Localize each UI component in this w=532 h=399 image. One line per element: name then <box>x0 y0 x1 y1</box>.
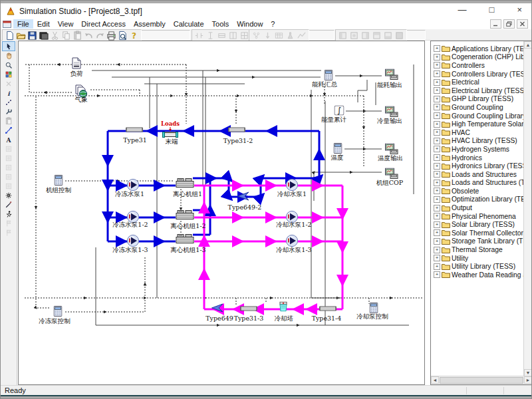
pointer-tool-button[interactable] <box>3 42 15 51</box>
menu-view[interactable]: View <box>54 19 78 29</box>
expand-icon[interactable]: + <box>434 104 440 110</box>
run-tool-button[interactable] <box>3 209 15 218</box>
palette-item[interactable]: +Optimization Library (TESS) <box>432 196 523 204</box>
component-chilled-pump-2[interactable]: 冷冻水泵1-2 <box>112 211 148 228</box>
component-chilled-pump-control[interactable]: 冷冻泵控制 <box>39 307 70 325</box>
expand-icon[interactable]: + <box>434 79 440 86</box>
print-preview-button[interactable] <box>117 31 128 41</box>
zoom-tool-button[interactable] <box>3 61 15 69</box>
menu-tools[interactable]: Tools <box>208 19 233 29</box>
help-button[interactable] <box>128 31 140 41</box>
print-button[interactable] <box>106 31 117 41</box>
open-button[interactable] <box>15 31 27 41</box>
palette-item[interactable]: +GHP Library (TESS) <box>432 95 523 104</box>
menu-calculate[interactable]: Calculate <box>170 19 208 29</box>
component-temperature[interactable]: 温度 <box>331 144 344 162</box>
component-load[interactable]: 负荷 <box>70 58 84 77</box>
child-close-button[interactable] <box>517 19 528 29</box>
palette-item[interactable]: +Ground Coupling <box>432 103 523 112</box>
menu-direct-access[interactable]: Direct Access <box>77 19 130 29</box>
expand-icon[interactable]: + <box>434 112 440 119</box>
expand-icon[interactable]: + <box>434 205 440 211</box>
pan-tool-button[interactable] <box>3 51 15 60</box>
expand-icon[interactable]: + <box>434 96 440 102</box>
expand-icon[interactable]: + <box>434 196 440 203</box>
palette-item[interactable]: +Loads and Structures <box>432 170 523 179</box>
scroll-up-button[interactable]: ▲ <box>524 41 532 49</box>
palette-item[interactable]: +Thermal Storage <box>432 245 523 254</box>
expand-icon[interactable]: + <box>434 45 440 52</box>
palette-item[interactable]: +Physical Phenomena <box>432 212 523 221</box>
component-temperature-output[interactable]: 温度输出 <box>378 144 403 162</box>
component-cooling-pump-3[interactable]: 冷却水泵1-3 <box>276 235 311 253</box>
component-chiller-3[interactable]: 离心机组1-3 <box>170 235 205 254</box>
expand-icon[interactable]: + <box>434 129 440 136</box>
expand-icon[interactable]: + <box>434 171 440 178</box>
expand-icon[interactable]: + <box>434 87 440 94</box>
palette-item[interactable]: +Utility Library (TESS) <box>432 262 523 271</box>
menu-assembly[interactable]: Assembly <box>130 19 170 29</box>
expand-icon[interactable]: + <box>434 138 440 144</box>
title-bar[interactable]: Simulation Studio - [Project8_3.tpf] <box>1 3 531 19</box>
palette-item[interactable]: +Loads and Structures (TESS) <box>432 179 523 188</box>
expand-icon[interactable]: + <box>434 180 440 186</box>
component-energy-sum[interactable]: 能耗汇总 <box>312 70 338 88</box>
palette-item[interactable]: +Hydronics <box>432 154 523 162</box>
close-button[interactable]: × <box>517 5 522 15</box>
scroll-left-button[interactable]: ◄ <box>431 376 439 384</box>
child-restore-button[interactable] <box>503 19 515 29</box>
menu-window[interactable]: Window <box>233 19 267 29</box>
expand-icon[interactable]: + <box>434 229 440 236</box>
expand-icon[interactable]: + <box>434 247 440 253</box>
draw-tool-button[interactable] <box>3 200 15 209</box>
palette-item[interactable]: +Controllers <box>432 61 523 70</box>
component-weather[interactable]: 气象 <box>75 85 88 103</box>
expand-icon[interactable]: + <box>434 188 440 194</box>
expand-icon[interactable]: + <box>434 163 440 170</box>
probe-tool-button[interactable] <box>3 98 15 106</box>
component-chiller-2[interactable]: 离心机组1-2 <box>170 211 205 230</box>
expand-icon[interactable]: + <box>434 154 440 161</box>
menu-edit[interactable]: Edit <box>33 19 54 29</box>
scroll-right-button[interactable]: ► <box>524 376 532 384</box>
palette-item[interactable]: +Solar Thermal Collectors <box>432 229 523 237</box>
expand-icon[interactable]: + <box>434 54 440 61</box>
project-canvas[interactable]: ∫ <box>18 41 425 385</box>
parameters-tool-button[interactable] <box>3 107 15 116</box>
expand-icon[interactable]: + <box>434 62 440 68</box>
component-cooling-pump-control[interactable]: 冷却泵控制 <box>356 303 388 321</box>
palette-item[interactable]: +Controllers Library (TESS) <box>432 70 523 78</box>
expand-icon[interactable]: + <box>434 121 440 128</box>
new-button[interactable] <box>4 31 15 41</box>
palette-item[interactable]: +Storage Tank Library (TESS) <box>432 237 523 246</box>
expand-icon[interactable]: + <box>434 238 440 245</box>
expand-icon[interactable]: + <box>434 255 440 261</box>
palette-item[interactable]: +High Temperature Solar (TESS) <box>432 120 523 128</box>
save-button[interactable] <box>27 31 38 41</box>
component-chilled-pump-1[interactable]: 冷冻水泵1 <box>115 179 144 198</box>
palette-item[interactable]: +Weather Data Reading and Process <box>432 271 523 279</box>
palette-horizontal-scrollbar[interactable]: ◄ ► <box>431 376 532 384</box>
save-project-button[interactable] <box>38 31 49 41</box>
link-tool-button[interactable] <box>3 126 15 134</box>
component-type649-2[interactable]: Type649-2 <box>228 192 262 211</box>
palette-item[interactable]: +Hydrogen Systems <box>432 145 523 154</box>
scrollbar-thumb[interactable] <box>440 377 523 384</box>
menu-file[interactable]: File <box>13 19 33 29</box>
component-chiller-1[interactable]: 离心机组1 <box>173 179 202 198</box>
minimize-button[interactable]: — <box>458 5 467 15</box>
palette-item[interactable]: +Hydronics Library (TESS) <box>432 162 523 170</box>
menu-?[interactable]: ? <box>267 19 279 29</box>
components-tool-button[interactable] <box>3 70 15 78</box>
expand-icon[interactable]: + <box>434 70 440 77</box>
expand-icon[interactable]: + <box>434 213 440 219</box>
info-tool-button[interactable] <box>3 88 15 97</box>
palette-item[interactable]: +Cogeneration (CHP) Library (TESS) <box>432 53 523 62</box>
component-chilled-pump-3[interactable]: 冷冻水泵1-3 <box>112 235 148 253</box>
palette-item[interactable]: +Electrical <box>432 78 523 86</box>
component-cooling-pump-2[interactable]: 冷却水泵1-2 <box>276 211 311 228</box>
palette-item[interactable]: +Ground Coupling Library (TESS) <box>432 112 523 120</box>
expand-icon[interactable]: + <box>434 263 440 270</box>
palette-item[interactable]: +Output <box>432 203 523 212</box>
component-unit-control[interactable]: 机组控制 <box>46 176 71 194</box>
